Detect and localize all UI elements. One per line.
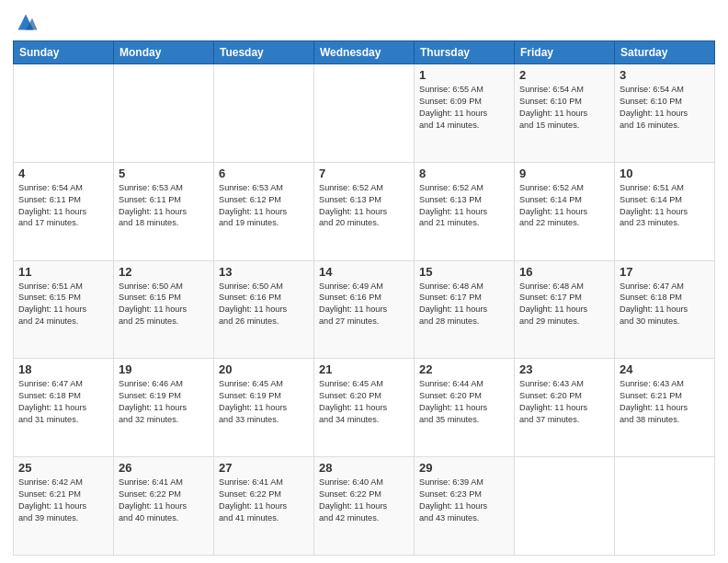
- day-cell: 1Sunrise: 6:55 AM Sunset: 6:09 PM Daylig…: [415, 64, 515, 163]
- day-info: Sunrise: 6:51 AM Sunset: 6:14 PM Dayligh…: [620, 182, 710, 230]
- day-number: 17: [620, 265, 710, 279]
- day-cell: 4Sunrise: 6:54 AM Sunset: 6:11 PM Daylig…: [14, 162, 114, 260]
- calendar-table: SundayMondayTuesdayWednesdayThursdayFrid…: [13, 40, 715, 556]
- header-day-friday: Friday: [515, 41, 615, 64]
- day-number: 12: [119, 265, 209, 279]
- day-number: 15: [419, 265, 509, 279]
- week-row-2: 4Sunrise: 6:54 AM Sunset: 6:11 PM Daylig…: [14, 162, 715, 260]
- logo-icon: [13, 9, 39, 35]
- day-cell: 11Sunrise: 6:51 AM Sunset: 6:15 PM Dayli…: [14, 260, 114, 359]
- day-cell: 2Sunrise: 6:54 AM Sunset: 6:10 PM Daylig…: [515, 64, 615, 163]
- day-info: Sunrise: 6:55 AM Sunset: 6:09 PM Dayligh…: [419, 84, 509, 132]
- day-info: Sunrise: 6:42 AM Sunset: 6:21 PM Dayligh…: [18, 477, 108, 524]
- day-cell: 15Sunrise: 6:48 AM Sunset: 6:17 PM Dayli…: [415, 260, 515, 359]
- day-cell: 22Sunrise: 6:44 AM Sunset: 6:20 PM Dayli…: [415, 359, 515, 457]
- day-cell: 23Sunrise: 6:43 AM Sunset: 6:20 PM Dayli…: [515, 359, 615, 457]
- day-number: 3: [620, 68, 710, 82]
- logo: [13, 9, 42, 35]
- day-number: 23: [519, 362, 609, 376]
- day-info: Sunrise: 6:47 AM Sunset: 6:18 PM Dayligh…: [18, 378, 108, 426]
- day-info: Sunrise: 6:52 AM Sunset: 6:13 PM Dayligh…: [419, 182, 509, 230]
- day-number: 2: [519, 68, 609, 82]
- day-info: Sunrise: 6:54 AM Sunset: 6:10 PM Dayligh…: [620, 84, 710, 132]
- day-info: Sunrise: 6:51 AM Sunset: 6:15 PM Dayligh…: [18, 281, 108, 328]
- day-number: 19: [119, 362, 209, 376]
- day-number: 6: [219, 167, 309, 180]
- day-cell: 9Sunrise: 6:52 AM Sunset: 6:14 PM Daylig…: [515, 162, 615, 260]
- day-info: Sunrise: 6:41 AM Sunset: 6:22 PM Dayligh…: [119, 477, 209, 524]
- day-info: Sunrise: 6:53 AM Sunset: 6:12 PM Dayligh…: [219, 182, 309, 230]
- day-cell: 20Sunrise: 6:45 AM Sunset: 6:19 PM Dayli…: [214, 359, 314, 457]
- day-number: 7: [319, 167, 409, 180]
- day-info: Sunrise: 6:43 AM Sunset: 6:20 PM Dayligh…: [519, 378, 609, 426]
- day-info: Sunrise: 6:44 AM Sunset: 6:20 PM Dayligh…: [419, 378, 509, 426]
- day-cell: 8Sunrise: 6:52 AM Sunset: 6:13 PM Daylig…: [415, 162, 515, 260]
- day-cell: [214, 64, 314, 163]
- header-day-thursday: Thursday: [415, 41, 515, 64]
- day-info: Sunrise: 6:43 AM Sunset: 6:21 PM Dayligh…: [620, 378, 710, 426]
- day-info: Sunrise: 6:50 AM Sunset: 6:16 PM Dayligh…: [219, 281, 309, 328]
- day-cell: [515, 457, 615, 556]
- day-info: Sunrise: 6:45 AM Sunset: 6:20 PM Dayligh…: [319, 378, 409, 426]
- day-info: Sunrise: 6:50 AM Sunset: 6:15 PM Dayligh…: [119, 281, 209, 328]
- day-number: 4: [18, 167, 108, 180]
- day-cell: 3Sunrise: 6:54 AM Sunset: 6:10 PM Daylig…: [615, 64, 715, 163]
- day-info: Sunrise: 6:47 AM Sunset: 6:18 PM Dayligh…: [620, 281, 710, 328]
- day-cell: 5Sunrise: 6:53 AM Sunset: 6:11 PM Daylig…: [114, 162, 214, 260]
- day-cell: [114, 64, 214, 163]
- day-cell: 29Sunrise: 6:39 AM Sunset: 6:23 PM Dayli…: [415, 457, 515, 556]
- day-cell: 7Sunrise: 6:52 AM Sunset: 6:13 PM Daylig…: [314, 162, 415, 260]
- day-cell: 27Sunrise: 6:41 AM Sunset: 6:22 PM Dayli…: [214, 457, 314, 556]
- day-info: Sunrise: 6:48 AM Sunset: 6:17 PM Dayligh…: [419, 281, 509, 328]
- day-cell: 21Sunrise: 6:45 AM Sunset: 6:20 PM Dayli…: [314, 359, 415, 457]
- week-row-3: 11Sunrise: 6:51 AM Sunset: 6:15 PM Dayli…: [14, 260, 715, 359]
- day-number: 27: [219, 461, 309, 475]
- day-cell: [14, 64, 114, 163]
- day-number: 20: [219, 362, 309, 376]
- day-info: Sunrise: 6:52 AM Sunset: 6:14 PM Dayligh…: [519, 182, 609, 230]
- day-number: 11: [18, 265, 108, 279]
- day-number: 8: [419, 167, 509, 180]
- day-info: Sunrise: 6:46 AM Sunset: 6:19 PM Dayligh…: [119, 378, 209, 426]
- day-info: Sunrise: 6:45 AM Sunset: 6:19 PM Dayligh…: [219, 378, 309, 426]
- day-number: 1: [419, 68, 509, 82]
- day-number: 9: [519, 167, 609, 180]
- day-number: 21: [319, 362, 409, 376]
- day-info: Sunrise: 6:54 AM Sunset: 6:10 PM Dayligh…: [519, 84, 609, 132]
- header-row: SundayMondayTuesdayWednesdayThursdayFrid…: [14, 41, 715, 64]
- day-number: 10: [620, 167, 710, 180]
- day-cell: 26Sunrise: 6:41 AM Sunset: 6:22 PM Dayli…: [114, 457, 214, 556]
- day-number: 13: [219, 265, 309, 279]
- week-row-5: 25Sunrise: 6:42 AM Sunset: 6:21 PM Dayli…: [14, 457, 715, 556]
- day-cell: 14Sunrise: 6:49 AM Sunset: 6:16 PM Dayli…: [314, 260, 415, 359]
- day-info: Sunrise: 6:54 AM Sunset: 6:11 PM Dayligh…: [18, 182, 108, 230]
- day-number: 24: [620, 362, 710, 376]
- day-cell: 16Sunrise: 6:48 AM Sunset: 6:17 PM Dayli…: [515, 260, 615, 359]
- day-number: 5: [119, 167, 209, 180]
- day-number: 25: [18, 461, 108, 475]
- day-info: Sunrise: 6:41 AM Sunset: 6:22 PM Dayligh…: [219, 477, 309, 524]
- day-cell: [615, 457, 715, 556]
- day-number: 22: [419, 362, 509, 376]
- day-cell: 19Sunrise: 6:46 AM Sunset: 6:19 PM Dayli…: [114, 359, 214, 457]
- day-info: Sunrise: 6:40 AM Sunset: 6:22 PM Dayligh…: [319, 477, 409, 524]
- day-cell: 6Sunrise: 6:53 AM Sunset: 6:12 PM Daylig…: [214, 162, 314, 260]
- day-number: 16: [519, 265, 609, 279]
- day-info: Sunrise: 6:49 AM Sunset: 6:16 PM Dayligh…: [319, 281, 409, 328]
- page: SundayMondayTuesdayWednesdayThursdayFrid…: [0, 0, 728, 563]
- day-cell: 24Sunrise: 6:43 AM Sunset: 6:21 PM Dayli…: [615, 359, 715, 457]
- day-number: 26: [119, 461, 209, 475]
- header-day-monday: Monday: [114, 41, 214, 64]
- header-day-wednesday: Wednesday: [314, 41, 415, 64]
- day-info: Sunrise: 6:53 AM Sunset: 6:11 PM Dayligh…: [119, 182, 209, 230]
- day-cell: [314, 64, 415, 163]
- day-cell: 28Sunrise: 6:40 AM Sunset: 6:22 PM Dayli…: [314, 457, 415, 556]
- week-row-4: 18Sunrise: 6:47 AM Sunset: 6:18 PM Dayli…: [14, 359, 715, 457]
- day-cell: 18Sunrise: 6:47 AM Sunset: 6:18 PM Dayli…: [14, 359, 114, 457]
- day-cell: 10Sunrise: 6:51 AM Sunset: 6:14 PM Dayli…: [615, 162, 715, 260]
- day-number: 29: [419, 461, 509, 475]
- day-number: 18: [18, 362, 108, 376]
- header-day-tuesday: Tuesday: [214, 41, 314, 64]
- day-info: Sunrise: 6:48 AM Sunset: 6:17 PM Dayligh…: [519, 281, 609, 328]
- day-info: Sunrise: 6:39 AM Sunset: 6:23 PM Dayligh…: [419, 477, 509, 524]
